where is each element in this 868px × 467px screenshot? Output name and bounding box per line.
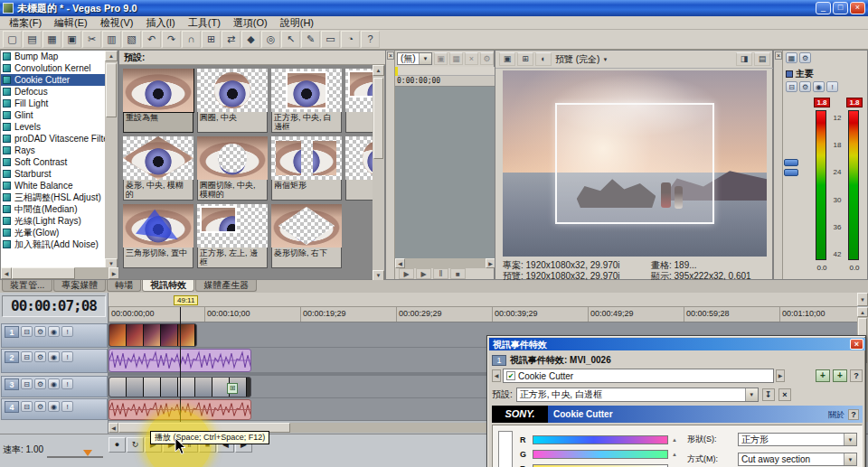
mute-icon[interactable]: ◉	[48, 401, 60, 412]
videofx-plugin-item[interactable]: Bump Map	[1, 51, 107, 62]
videofx-plugin-item[interactable]: Fill Light	[1, 98, 107, 109]
scroll-up-icon[interactable]: ▲	[373, 65, 384, 76]
menu-item[interactable]: 選項(O)	[227, 16, 274, 29]
dock-tab[interactable]: 媒體產生器	[195, 280, 257, 292]
menu-item[interactable]: 編輯(E)	[48, 16, 94, 29]
redo-icon[interactable]: ↷	[162, 31, 181, 48]
solo-icon[interactable]: !	[61, 326, 73, 337]
paste-icon[interactable]: ▧	[122, 31, 141, 48]
master-fx-icon[interactable]: ⚙	[799, 81, 811, 92]
copy-icon[interactable]: ▥	[102, 31, 121, 48]
menu-item[interactable]: 工具(T)	[182, 16, 227, 29]
videofx-plugin-item[interactable]: Glint	[1, 109, 107, 121]
preset-thumbnail[interactable]: 正方形, 左上, 邊框	[197, 204, 268, 272]
method-dropdown[interactable]: Cut away section ▼	[738, 453, 857, 466]
scroll-left-icon[interactable]: ◀	[1, 267, 12, 279]
preset-thumbnail[interactable]: 重設為無	[123, 69, 193, 136]
master-mute-icon[interactable]: ◉	[813, 81, 825, 92]
external-monitor-icon[interactable]: ⊞	[517, 52, 533, 66]
solo-icon[interactable]: !	[61, 351, 73, 362]
dock-tab[interactable]: 專案媒體	[53, 280, 106, 292]
trimmer-stop-button[interactable]: ■	[450, 268, 466, 279]
maximize-button[interactable]: □	[833, 2, 848, 14]
track-header-1[interactable]: 1 ⊟ ⚙ ◉ !	[1, 323, 108, 348]
track-fx-icon[interactable]: ⚙	[34, 326, 46, 337]
master-solo-icon[interactable]: !	[826, 81, 838, 92]
marker-bar[interactable]: 49:11	[108, 293, 857, 307]
chain-scroll-left-icon[interactable]: ◀	[492, 369, 501, 382]
dock-tab[interactable]: 轉場	[107, 280, 141, 292]
normal-edit-tool-icon[interactable]: ↖	[281, 31, 300, 48]
trimmer-properties-icon[interactable]: ▣	[434, 52, 448, 65]
track-fx-icon[interactable]: ⚙	[34, 401, 46, 412]
preset-thumbnail[interactable]: 菱形切除, 右下	[271, 204, 342, 272]
plugin-enabled-checkbox[interactable]: ✔	[506, 371, 515, 380]
scroll-left-icon[interactable]: ◀	[108, 423, 118, 433]
slider-marker-icon[interactable]: ▲	[672, 452, 677, 457]
undo-icon[interactable]: ↶	[142, 31, 161, 48]
master-level-icon[interactable]: ⊟	[786, 81, 797, 92]
save-snapshot-icon[interactable]: ▤	[754, 52, 770, 66]
track-fx-icon[interactable]: ⚙	[34, 378, 46, 389]
trimmer-remove-media-icon[interactable]: ×	[465, 52, 478, 65]
preset-thumbnail[interactable]: 圓圈, 中央	[197, 69, 268, 136]
videofx-plugin-item[interactable]: 中間值(Median)	[1, 203, 107, 215]
lock-envelopes-icon[interactable]: ◆	[241, 31, 260, 48]
mute-icon[interactable]: ◉	[48, 326, 60, 337]
project-properties-icon[interactable]: ▣	[62, 31, 81, 48]
videofx-plugin-item[interactable]: Convolution Kernel	[1, 62, 107, 74]
trimmer-media-area[interactable]	[395, 87, 495, 258]
project-video-properties-icon[interactable]: ▣	[499, 52, 515, 66]
preset-thumbnail[interactable]: 兩個矩形	[271, 136, 342, 204]
track-level-icon[interactable]: ⊟	[21, 401, 33, 412]
solo-icon[interactable]: !	[61, 401, 73, 412]
delete-preset-icon[interactable]: ×	[778, 388, 791, 401]
slider-marker-icon[interactable]: ▲	[672, 437, 677, 443]
plugin-chain-button[interactable]: +	[833, 369, 847, 382]
new-project-icon[interactable]: ▢	[3, 31, 22, 48]
solo-icon[interactable]: !	[61, 378, 73, 389]
preset-thumbnail[interactable]	[345, 69, 374, 136]
plugin-chain-item[interactable]: ✔ Cookie Cutter	[503, 369, 774, 383]
add-plugin-button[interactable]: +	[816, 369, 830, 382]
green-channel-slider[interactable]	[533, 450, 668, 459]
videofx-plugin-item[interactable]: 加入雜訊(Add Noise)	[1, 238, 107, 250]
close-panel-icon[interactable]: ×	[775, 51, 782, 60]
videofx-plugin-item[interactable]: proDAD Vitascene Filter	[1, 133, 107, 145]
trimmer-loop-play-button[interactable]: ▶	[416, 268, 431, 279]
track-header-3[interactable]: 3 ⊟ ⚙ ◉ !	[1, 376, 108, 397]
marker-label[interactable]: 49:11	[174, 295, 198, 305]
timeline-time-display[interactable]: 00:00:07;08	[2, 295, 106, 317]
mute-icon[interactable]: ◉	[48, 351, 60, 362]
menu-item[interactable]: 說明(H)	[274, 16, 320, 29]
videofx-plugin-item[interactable]: Levels	[1, 121, 107, 133]
video-overlay-icon[interactable]: ◐	[535, 52, 552, 66]
open-project-icon[interactable]: ▤	[23, 31, 42, 48]
menu-item[interactable]: 檢視(V)	[94, 16, 140, 29]
fx-list-horizontal-scrollbar[interactable]: ◀ ▶	[1, 267, 119, 279]
menu-item[interactable]: 插入(I)	[139, 16, 181, 29]
close-button[interactable]: ×	[850, 2, 865, 14]
videofx-plugin-item[interactable]: Starburst	[1, 168, 107, 180]
track-level-icon[interactable]: ⊟	[21, 351, 33, 362]
border-color-swatch[interactable]	[498, 431, 513, 467]
ignore-event-grouping-icon[interactable]: ◎	[261, 31, 280, 48]
scroll-up-icon[interactable]: ▲	[857, 307, 868, 317]
minimize-button[interactable]: _	[816, 2, 831, 14]
videofx-plugin-item[interactable]: Rays	[1, 145, 107, 156]
preset-thumbnail[interactable]: 三角形切除, 置中	[123, 204, 193, 272]
zoom-edit-tool-icon[interactable]: ◔	[341, 31, 360, 48]
shape-dropdown[interactable]: 正方形 ▼	[738, 433, 857, 446]
event-pan-crop-icon[interactable]: ⊞	[227, 383, 238, 394]
track-header-4[interactable]: 4 ⊟ ⚙ ◉ !	[1, 398, 108, 420]
videofx-plugin-item[interactable]: White Balance	[1, 180, 107, 191]
videofx-plugin-item[interactable]: Soft Contrast	[1, 156, 107, 168]
preset-thumbnail[interactable]	[345, 136, 374, 204]
scrollbar-thumb[interactable]	[373, 78, 383, 159]
videofx-plugin-item[interactable]: Defocus	[1, 86, 107, 98]
track-fx-icon[interactable]: ⚙	[34, 351, 46, 362]
red-channel-slider[interactable]	[533, 435, 668, 444]
help-button[interactable]: ?	[850, 369, 863, 382]
master-fader-handle[interactable]	[784, 159, 798, 179]
video-event[interactable]	[108, 323, 197, 347]
